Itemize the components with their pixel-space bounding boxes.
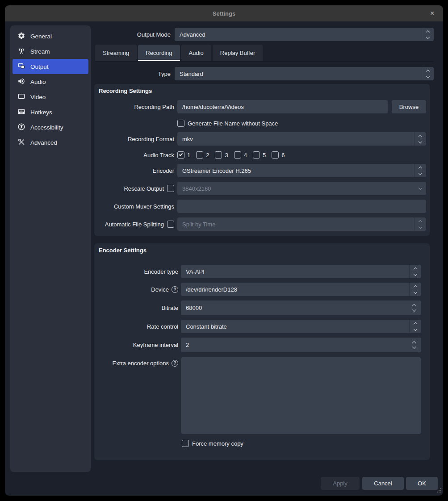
- encoder-type-select[interactable]: VA-API: [181, 265, 421, 278]
- device-value: /dev/dri/renderD128: [181, 286, 237, 293]
- tools-icon: [17, 138, 25, 147]
- audio-track-6-checkbox[interactable]: [272, 151, 279, 159]
- sidebar-item-accessibility[interactable]: Accessibility: [13, 120, 88, 135]
- recording-format-select[interactable]: mkv: [177, 132, 426, 146]
- close-icon[interactable]: ×: [428, 9, 437, 18]
- custom-muxer-input[interactable]: [177, 203, 426, 210]
- recording-format-row: Recording Format mkv: [94, 132, 426, 146]
- ok-button-label: OK: [418, 480, 426, 487]
- sidebar-item-advanced[interactable]: Advanced: [13, 135, 88, 150]
- rescale-output-row: Rescale Output 3840x2160: [94, 182, 426, 195]
- accessibility-icon: [17, 123, 25, 132]
- output-mode-value: Advanced: [175, 31, 205, 38]
- tab-streaming[interactable]: Streaming: [95, 45, 137, 61]
- output-mode-row: Output Mode Advanced: [94, 28, 434, 41]
- recording-path-row: Recording Path Browse: [94, 100, 426, 113]
- tab-recording[interactable]: Recording: [138, 45, 180, 61]
- recording-format-value: mkv: [177, 136, 193, 142]
- cancel-button[interactable]: Cancel: [362, 477, 404, 490]
- auto-file-splitting-labelbox: Automatic File Splitting: [94, 221, 174, 228]
- bitrate-label: Bitrate: [94, 305, 178, 311]
- type-label: Type: [94, 71, 171, 77]
- apply-button[interactable]: Apply: [321, 477, 360, 490]
- generate-filename-checkbox[interactable]: [177, 120, 184, 127]
- audio-track-4: 4: [234, 151, 247, 159]
- tab-audio[interactable]: Audio: [181, 45, 211, 61]
- bitrate-spinbox[interactable]: [181, 301, 421, 315]
- apply-button-label: Apply: [333, 480, 348, 487]
- audio-track-6: 6: [272, 151, 285, 159]
- encoder-settings-group: Encoder Settings Encoder type VA-API Dev…: [94, 243, 430, 460]
- audio-track-label: Audio Track: [94, 152, 174, 159]
- sidebar-item-stream[interactable]: Stream: [13, 44, 88, 59]
- sidebar-item-video[interactable]: Video: [13, 89, 88, 104]
- output-tabs: Streaming Recording Audio Replay Buffer: [95, 45, 263, 61]
- encoder-value: GStreamer Encoder H.265: [177, 167, 251, 174]
- audio-track-3-checkbox[interactable]: [215, 151, 222, 159]
- chevron-down-icon[interactable]: [414, 182, 426, 195]
- bitrate-row: Bitrate: [94, 301, 421, 315]
- spinner-arrows-icon[interactable]: [414, 132, 426, 146]
- track-number: 4: [244, 152, 247, 159]
- sidebar-item-hotkeys[interactable]: Hotkeys: [13, 104, 88, 120]
- tab-label: Recording: [146, 50, 172, 56]
- help-icon[interactable]: ?: [172, 286, 178, 293]
- audio-track-1-checkbox[interactable]: [177, 151, 184, 159]
- output-mode-select[interactable]: Advanced: [175, 28, 434, 41]
- sidebar-item-label: General: [30, 33, 52, 40]
- rate-control-row: Rate control Constant bitrate: [94, 320, 421, 333]
- display-icon: [17, 92, 25, 102]
- encoder-select[interactable]: GStreamer Encoder H.265: [177, 164, 426, 177]
- spinner-arrows-icon[interactable]: [409, 320, 421, 333]
- force-memory-copy-checkbox[interactable]: [182, 440, 189, 447]
- device-select[interactable]: /dev/dri/renderD128: [181, 283, 421, 296]
- spinner-arrows-icon[interactable]: [422, 28, 434, 41]
- bitrate-input[interactable]: [181, 305, 421, 311]
- help-icon[interactable]: ?: [172, 360, 178, 367]
- track-number: 1: [187, 152, 190, 159]
- type-select[interactable]: Standard: [175, 67, 434, 80]
- recording-path-field[interactable]: [177, 100, 388, 113]
- recording-format-label: Recording Format: [94, 136, 174, 142]
- ok-button[interactable]: OK: [406, 477, 438, 490]
- custom-muxer-label: Custom Muxer Settings: [94, 203, 174, 210]
- rate-control-select[interactable]: Constant bitrate: [181, 320, 421, 333]
- split-mode-select[interactable]: Split by Time: [177, 217, 426, 231]
- audio-track-1: 1: [177, 151, 190, 159]
- spinner-arrows-icon[interactable]: [409, 283, 421, 296]
- sidebar-item-general[interactable]: General: [13, 29, 88, 44]
- group-title: Recording Settings: [99, 88, 152, 94]
- audio-track-2-checkbox[interactable]: [196, 151, 203, 159]
- keyframe-interval-spinbox[interactable]: [181, 338, 421, 352]
- spinner-arrows-icon[interactable]: [414, 164, 426, 177]
- type-value: Standard: [175, 71, 203, 77]
- spinner-arrows-icon[interactable]: [414, 217, 426, 231]
- rescale-resolution-value: 3840x2160: [177, 185, 211, 192]
- audio-track-4-checkbox[interactable]: [234, 151, 241, 159]
- speaker-icon: [17, 77, 25, 87]
- auto-file-splitting-label: Automatic File Splitting: [105, 221, 164, 228]
- extra-options-textarea[interactable]: [181, 357, 421, 434]
- spinner-arrows-icon[interactable]: [409, 265, 421, 278]
- spinner-arrows-icon[interactable]: [422, 67, 434, 80]
- sidebar-item-output[interactable]: Output: [13, 59, 88, 74]
- rescale-output-checkbox[interactable]: [167, 185, 174, 192]
- generate-filename-label: Generate File Name without Space: [188, 120, 278, 127]
- browse-button[interactable]: Browse: [392, 100, 426, 113]
- audio-track-row: Audio Track 1 2 3 4 5 6: [94, 150, 426, 159]
- resize-grip[interactable]: [436, 488, 442, 493]
- track-number: 5: [263, 152, 266, 159]
- rescale-resolution-select[interactable]: 3840x2160: [177, 182, 426, 195]
- custom-muxer-field[interactable]: [177, 200, 426, 213]
- device-row: Device ? /dev/dri/renderD128: [94, 283, 421, 296]
- sidebar-item-audio[interactable]: Audio: [13, 74, 88, 89]
- group-title: Encoder Settings: [99, 247, 147, 254]
- tab-replay-buffer[interactable]: Replay Buffer: [213, 45, 263, 61]
- recording-path-input[interactable]: [177, 104, 388, 110]
- keyframe-interval-input[interactable]: [181, 342, 421, 348]
- auto-file-splitting-checkbox[interactable]: [167, 221, 174, 228]
- audio-track-5-checkbox[interactable]: [253, 151, 260, 159]
- encoder-type-value: VA-API: [181, 268, 205, 275]
- keyframe-interval-row: Keyframe interval: [94, 338, 421, 352]
- device-label: Device: [151, 286, 169, 293]
